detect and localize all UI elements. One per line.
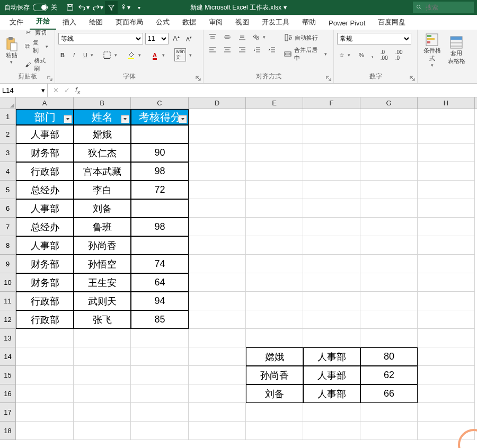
align-launcher[interactable] bbox=[325, 75, 332, 82]
select-all-corner[interactable] bbox=[0, 97, 16, 109]
cell-B17[interactable] bbox=[74, 403, 131, 422]
cell-H1[interactable] bbox=[418, 109, 475, 125]
col-header-G[interactable]: G bbox=[360, 97, 418, 109]
row-header-4[interactable]: 4 bbox=[0, 162, 15, 181]
row-header-2[interactable]: 2 bbox=[0, 125, 15, 144]
cell-G8[interactable] bbox=[360, 236, 418, 255]
align-center-button[interactable] bbox=[222, 46, 233, 54]
cell-B2[interactable]: 嫦娥 bbox=[74, 125, 131, 144]
save-button[interactable] bbox=[64, 1, 76, 14]
underline-button[interactable]: U▾ bbox=[81, 51, 96, 59]
tab-insert[interactable]: 插入 bbox=[56, 15, 83, 30]
cell-F11[interactable] bbox=[303, 292, 360, 310]
cell-G13[interactable] bbox=[360, 329, 418, 347]
cell-D1[interactable] bbox=[189, 109, 246, 125]
cell-E8[interactable] bbox=[246, 236, 303, 255]
cell-D16[interactable] bbox=[189, 384, 246, 403]
cell-G7[interactable] bbox=[360, 218, 418, 236]
cell-E17[interactable] bbox=[246, 403, 303, 422]
row-header-16[interactable]: 16 bbox=[0, 384, 15, 403]
filter-dropdown-name[interactable] bbox=[121, 115, 129, 123]
cell-G6[interactable] bbox=[360, 199, 418, 218]
cell-C14[interactable] bbox=[131, 347, 189, 366]
tab-view[interactable]: 视图 bbox=[229, 15, 255, 30]
cell-F14[interactable]: 人事部 bbox=[303, 347, 360, 366]
cell-H3[interactable] bbox=[418, 144, 475, 162]
undo-button[interactable]: ▾ bbox=[77, 1, 90, 14]
cell-E14[interactable]: 嫦娥 bbox=[246, 347, 303, 366]
italic-button[interactable]: I bbox=[71, 51, 77, 59]
row-header-15[interactable]: 15 bbox=[0, 366, 15, 384]
cell-G16[interactable]: 66 bbox=[360, 384, 418, 403]
cell-D7[interactable] bbox=[189, 218, 246, 236]
tab-review[interactable]: 审阅 bbox=[202, 15, 229, 30]
cell-E1[interactable] bbox=[246, 109, 303, 125]
cell-F10[interactable] bbox=[303, 273, 360, 292]
cell-C10[interactable]: 64 bbox=[131, 273, 189, 292]
cell-H6[interactable] bbox=[418, 199, 475, 218]
chevron-down-icon[interactable]: ▾ bbox=[284, 4, 287, 11]
cell-B9[interactable]: 孙悟空 bbox=[74, 255, 131, 273]
cell-B10[interactable]: 王生安 bbox=[74, 273, 131, 292]
merge-center-button[interactable]: 合并后居中▾ bbox=[282, 46, 330, 62]
chevron-down-icon[interactable]: ▾ bbox=[41, 86, 45, 94]
cell-A3[interactable]: 财务部 bbox=[16, 144, 74, 162]
cell-F9[interactable] bbox=[303, 255, 360, 273]
row-header-5[interactable]: 5 bbox=[0, 181, 15, 199]
cell-C6[interactable] bbox=[131, 199, 189, 218]
cell-B13[interactable] bbox=[74, 329, 131, 347]
row-header-13[interactable]: 13 bbox=[0, 329, 15, 347]
cell-H8[interactable] bbox=[418, 236, 475, 255]
align-top-button[interactable] bbox=[207, 33, 218, 41]
cell-B6[interactable]: 刘备 bbox=[74, 199, 131, 218]
cell-D3[interactable] bbox=[189, 144, 246, 162]
fx-button[interactable]: fx bbox=[75, 86, 80, 95]
clipboard-launcher[interactable] bbox=[46, 75, 54, 82]
cell-B14[interactable] bbox=[74, 347, 131, 366]
col-header-D[interactable]: D bbox=[189, 97, 246, 109]
font-color-button[interactable]: A▾ bbox=[148, 50, 168, 60]
cell-C9[interactable]: 74 bbox=[131, 255, 189, 273]
cell-G5[interactable] bbox=[360, 181, 418, 199]
cell-C3[interactable]: 90 bbox=[131, 144, 189, 162]
cell-F1[interactable] bbox=[303, 109, 360, 125]
decrease-indent-button[interactable] bbox=[251, 46, 263, 54]
cell-D12[interactable] bbox=[189, 310, 246, 329]
cell-D13[interactable] bbox=[189, 329, 246, 347]
cell-A9[interactable]: 财务部 bbox=[16, 255, 74, 273]
cell-B5[interactable]: 李白 bbox=[74, 181, 131, 199]
cells-area[interactable]: 部门 姓名 考核得分 人事部嫦娥 财务部狄仁杰90 行政部宫本武藏98 总经办李… bbox=[16, 109, 477, 440]
tab-formulas[interactable]: 公式 bbox=[149, 15, 176, 30]
tab-data[interactable]: 数据 bbox=[176, 15, 202, 30]
cell-B12[interactable]: 张飞 bbox=[74, 310, 131, 329]
cell-B18[interactable] bbox=[74, 422, 131, 440]
align-middle-button[interactable] bbox=[222, 33, 233, 41]
format-table-button[interactable]: 套用 表格格 bbox=[445, 32, 467, 69]
filter-dropdown-score[interactable] bbox=[179, 115, 187, 123]
cell-D15[interactable] bbox=[189, 366, 246, 384]
col-header-E[interactable]: E bbox=[246, 97, 303, 109]
phonetic-button[interactable]: wén文▾ bbox=[172, 48, 196, 62]
cell-C5[interactable]: 72 bbox=[131, 181, 189, 199]
row-header-7[interactable]: 7 bbox=[0, 218, 15, 236]
cell-E11[interactable] bbox=[246, 292, 303, 310]
increase-font-button[interactable]: A▴ bbox=[171, 34, 182, 43]
cell-H10[interactable] bbox=[418, 273, 475, 292]
cell-C11[interactable]: 94 bbox=[131, 292, 189, 310]
cell-F3[interactable] bbox=[303, 144, 360, 162]
cell-D18[interactable] bbox=[189, 422, 246, 440]
row-header-18[interactable]: 18 bbox=[0, 422, 15, 440]
cell-A1[interactable]: 部门 bbox=[16, 109, 74, 125]
cell-C15[interactable] bbox=[131, 366, 189, 384]
cell-E6[interactable] bbox=[246, 199, 303, 218]
cell-A8[interactable]: 人事部 bbox=[16, 236, 74, 255]
cell-D17[interactable] bbox=[189, 403, 246, 422]
number-format-combo[interactable]: 常规 bbox=[337, 33, 411, 44]
tab-baidu[interactable]: 百度网盘 bbox=[372, 15, 412, 30]
decrease-decimal-button[interactable]: .00.0 bbox=[393, 49, 405, 61]
align-right-button[interactable] bbox=[236, 46, 248, 54]
touch-mode-button[interactable]: ▾ bbox=[119, 1, 131, 14]
cell-G10[interactable] bbox=[360, 273, 418, 292]
comma-button[interactable]: , bbox=[369, 51, 375, 59]
cell-H4[interactable] bbox=[418, 162, 475, 181]
